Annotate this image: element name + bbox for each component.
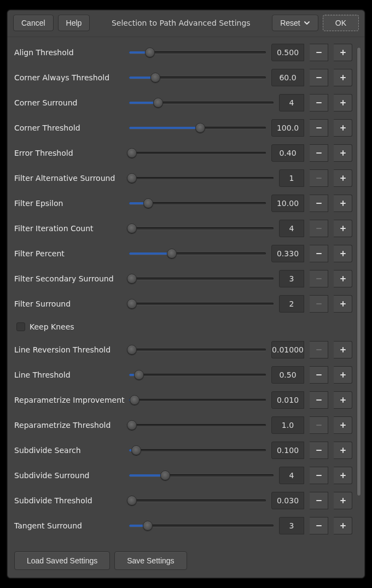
decrement-button-subdivide-threshold[interactable] bbox=[310, 492, 328, 509]
param-value-subdivide-threshold[interactable]: 0.030 bbox=[271, 492, 304, 509]
increment-button-align-threshold[interactable] bbox=[334, 44, 352, 61]
decrement-button-line-threshold[interactable] bbox=[310, 366, 328, 384]
slider-thumb[interactable] bbox=[127, 345, 137, 355]
param-slider-line-reversion-threshold[interactable] bbox=[129, 344, 266, 355]
slider-thumb[interactable] bbox=[127, 173, 137, 183]
param-value-error-threshold[interactable]: 0.40 bbox=[271, 144, 304, 162]
param-value-corner-always-threshold[interactable]: 60.0 bbox=[271, 69, 304, 86]
param-value-line-threshold[interactable]: 0.50 bbox=[271, 366, 304, 384]
slider-thumb[interactable] bbox=[127, 274, 137, 284]
decrement-button-tangent-surround[interactable] bbox=[310, 517, 328, 534]
slider-thumb[interactable] bbox=[153, 98, 163, 108]
increment-button-corner-threshold[interactable] bbox=[334, 119, 352, 137]
decrement-button-reparametrize-threshold bbox=[310, 416, 328, 434]
slider-thumb[interactable] bbox=[127, 420, 137, 430]
increment-button-line-reversion-threshold[interactable] bbox=[334, 341, 352, 358]
slider-thumb[interactable] bbox=[167, 249, 177, 258]
increment-button-filter-iteration-count[interactable] bbox=[334, 220, 352, 237]
increment-button-subdivide-threshold[interactable] bbox=[334, 492, 352, 509]
slider-thumb[interactable] bbox=[134, 370, 144, 380]
slider-thumb[interactable] bbox=[131, 445, 141, 455]
increment-button-subdivide-surround[interactable] bbox=[334, 467, 352, 484]
param-value-subdivide-search[interactable]: 0.100 bbox=[271, 442, 304, 459]
cancel-button[interactable]: Cancel bbox=[13, 15, 54, 31]
increment-button-filter-secondary-surround[interactable] bbox=[334, 270, 352, 287]
increment-button-subdivide-search[interactable] bbox=[334, 442, 352, 459]
decrement-button-reparametrize-improvement[interactable] bbox=[310, 391, 328, 409]
param-slider-align-threshold[interactable] bbox=[129, 47, 266, 58]
param-value-subdivide-surround[interactable]: 4 bbox=[279, 467, 304, 484]
param-value-align-threshold[interactable]: 0.500 bbox=[271, 44, 304, 61]
decrement-button-filter-percent[interactable] bbox=[310, 245, 328, 262]
param-slider-reparametrize-threshold[interactable] bbox=[129, 420, 266, 431]
param-slider-filter-secondary-surround[interactable] bbox=[129, 273, 274, 284]
keep-knees-checkbox[interactable] bbox=[16, 322, 25, 331]
param-slider-error-threshold[interactable] bbox=[129, 148, 266, 158]
slider-thumb[interactable] bbox=[195, 123, 205, 133]
slider-thumb[interactable] bbox=[127, 148, 137, 158]
param-value-reparametrize-improvement[interactable]: 0.010 bbox=[271, 391, 304, 409]
decrement-button-subdivide-search[interactable] bbox=[310, 442, 328, 459]
decrement-button-error-threshold[interactable] bbox=[310, 144, 328, 162]
decrement-button-filter-epsilon[interactable] bbox=[310, 195, 328, 212]
param-slider-filter-iteration-count[interactable] bbox=[129, 223, 274, 234]
param-value-corner-threshold[interactable]: 100.0 bbox=[271, 119, 304, 137]
save-settings-button[interactable]: Save Settings bbox=[114, 551, 187, 570]
slider-thumb[interactable] bbox=[130, 395, 140, 405]
slider-thumb[interactable] bbox=[160, 471, 170, 480]
param-value-tangent-surround[interactable]: 3 bbox=[279, 517, 304, 534]
param-slider-filter-alternative-surround[interactable] bbox=[129, 173, 274, 184]
increment-button-reparametrize-threshold[interactable] bbox=[334, 416, 352, 434]
slider-thumb[interactable] bbox=[143, 521, 153, 531]
slider-thumb[interactable] bbox=[127, 299, 137, 309]
decrement-button-corner-always-threshold[interactable] bbox=[310, 69, 328, 86]
load-saved-settings-button[interactable]: Load Saved Settings bbox=[14, 551, 110, 570]
scrollbar[interactable] bbox=[357, 47, 361, 535]
param-slider-subdivide-surround[interactable] bbox=[129, 470, 274, 481]
param-slider-corner-always-threshold[interactable] bbox=[129, 72, 266, 83]
slider-thumb[interactable] bbox=[143, 198, 153, 208]
param-value-filter-epsilon[interactable]: 10.00 bbox=[271, 195, 304, 212]
help-button[interactable]: Help bbox=[58, 15, 90, 31]
param-slider-corner-threshold[interactable] bbox=[129, 122, 266, 133]
param-slider-subdivide-threshold[interactable] bbox=[129, 495, 266, 506]
svg-rect-35 bbox=[342, 347, 344, 352]
param-value-line-reversion-threshold[interactable]: 0.01000 bbox=[271, 341, 304, 358]
increment-button-filter-epsilon[interactable] bbox=[334, 195, 352, 212]
decrement-button-align-threshold[interactable] bbox=[310, 44, 328, 61]
param-value-corner-surround[interactable]: 4 bbox=[279, 94, 304, 111]
increment-button-filter-alternative-surround[interactable] bbox=[334, 169, 352, 187]
decrement-button-corner-surround[interactable] bbox=[310, 94, 328, 111]
slider-thumb[interactable] bbox=[145, 48, 155, 57]
param-slider-reparametrize-improvement[interactable] bbox=[129, 395, 266, 405]
increment-button-line-threshold[interactable] bbox=[334, 366, 352, 384]
param-value-filter-percent[interactable]: 0.330 bbox=[271, 245, 304, 262]
param-value-filter-surround[interactable]: 2 bbox=[279, 295, 304, 313]
ok-button[interactable]: OK bbox=[323, 15, 359, 31]
increment-button-error-threshold[interactable] bbox=[334, 144, 352, 162]
slider-thumb[interactable] bbox=[127, 496, 137, 505]
param-value-filter-secondary-surround[interactable]: 3 bbox=[279, 270, 304, 287]
param-value-filter-iteration-count[interactable]: 4 bbox=[279, 220, 304, 237]
increment-button-filter-surround[interactable] bbox=[334, 295, 352, 313]
slider-thumb[interactable] bbox=[150, 73, 160, 83]
param-slider-subdivide-search[interactable] bbox=[129, 445, 266, 456]
param-slider-filter-epsilon[interactable] bbox=[129, 198, 266, 209]
decrement-button-subdivide-surround[interactable] bbox=[310, 467, 328, 484]
increment-button-reparametrize-improvement[interactable] bbox=[334, 391, 352, 409]
param-slider-filter-surround[interactable] bbox=[129, 298, 274, 309]
increment-button-tangent-surround[interactable] bbox=[334, 517, 352, 534]
slider-thumb[interactable] bbox=[127, 224, 137, 233]
param-slider-line-threshold[interactable] bbox=[129, 369, 266, 380]
increment-button-corner-surround[interactable] bbox=[334, 94, 352, 111]
increment-button-filter-percent[interactable] bbox=[334, 245, 352, 262]
scrollbar-thumb[interactable] bbox=[357, 47, 361, 496]
increment-button-corner-always-threshold[interactable] bbox=[334, 69, 352, 86]
param-slider-corner-surround[interactable] bbox=[129, 97, 274, 108]
param-value-reparametrize-threshold[interactable]: 1.0 bbox=[271, 416, 304, 434]
reset-button[interactable]: Reset bbox=[272, 15, 318, 31]
param-value-filter-alternative-surround[interactable]: 1 bbox=[279, 169, 304, 187]
decrement-button-corner-threshold[interactable] bbox=[310, 119, 328, 137]
param-slider-tangent-surround[interactable] bbox=[129, 520, 274, 531]
param-slider-filter-percent[interactable] bbox=[129, 248, 266, 259]
